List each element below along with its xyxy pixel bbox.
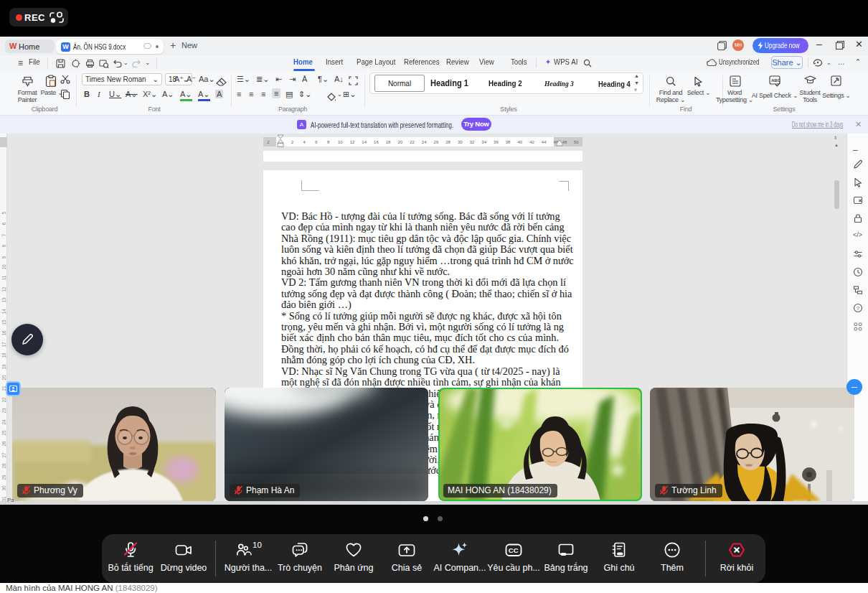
svg-text:?: ? [857,305,859,312]
svg-text:CC: CC [509,546,519,554]
svg-text:ABC: ABC [771,78,781,83]
